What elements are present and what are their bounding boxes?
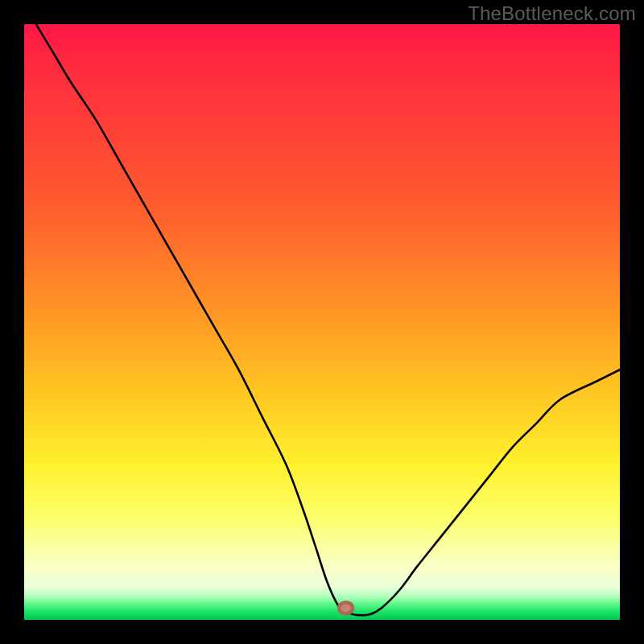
vertex-marker (339, 602, 353, 613)
bottleneck-curve-svg (24, 24, 620, 620)
watermark-text: TheBottleneck.com (468, 2, 636, 25)
plot-area (24, 24, 620, 620)
bottleneck-curve-path (36, 24, 620, 615)
chart-root: TheBottleneck.com (0, 0, 644, 644)
